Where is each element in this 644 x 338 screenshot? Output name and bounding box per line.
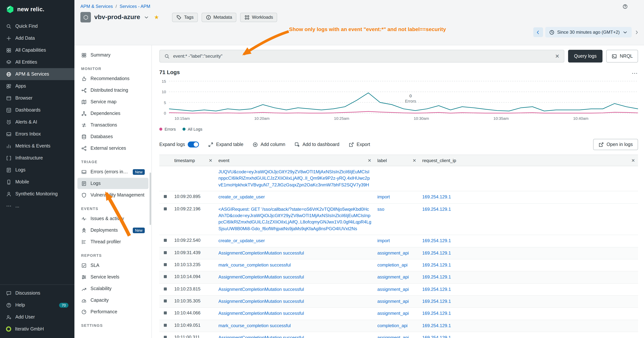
table-row[interactable]: 10:09:20.895create_or_update_userimport1… xyxy=(159,191,638,203)
subnav-item-issues-activity[interactable]: Issues & activity xyxy=(78,213,148,224)
remove-column-icon[interactable]: ✕ xyxy=(368,158,371,163)
toggle-on-icon[interactable] xyxy=(188,142,199,147)
subnav-item-scalability[interactable]: Scalability xyxy=(78,283,148,294)
subnav-item-recommendations[interactable]: Recommendations xyxy=(78,73,148,84)
nrql-button[interactable]: NRQL xyxy=(606,50,638,63)
entity-switcher-chevron-icon[interactable] xyxy=(144,15,149,20)
subnav-item-capacity[interactable]: Capacity xyxy=(78,294,148,306)
event-link[interactable]: mark_course_completion successful xyxy=(218,323,291,328)
label-link[interactable]: assignment_api xyxy=(377,274,409,280)
sidebar-item-infrastructure[interactable]: Infrastructure xyxy=(0,152,74,164)
event-link[interactable]: AssignmentCompletionMutation successful xyxy=(218,250,304,255)
label-link[interactable]: assignment_api xyxy=(377,335,409,338)
subnav-item-deployments[interactable]: DeploymentsNew xyxy=(78,225,148,236)
subnav-item-performance[interactable]: Performance xyxy=(78,306,148,317)
ip-link[interactable]: 169.254.129.1 xyxy=(422,194,451,199)
label-link[interactable]: import xyxy=(377,194,390,199)
sidebar-item-add-user[interactable]: Add User xyxy=(0,311,74,323)
table-row[interactable]: 10:10:14.094AssignmentCompletionMutation… xyxy=(159,271,638,284)
event-link[interactable]: AssignmentCompletionMutation successful xyxy=(218,311,304,316)
table-row[interactable]: 10:10:49.051mark_course_completion succe… xyxy=(159,320,638,332)
subnav-item-vulnerability-management[interactable]: Vulnerability Management xyxy=(78,189,148,201)
remove-column-icon[interactable]: ✕ xyxy=(412,158,416,163)
table-row[interactable]: 10:10:35.305AssignmentCompletionMutation… xyxy=(159,296,638,308)
row-marker-icon[interactable] xyxy=(164,207,167,210)
logs-query-input[interactable]: event:* -"label":"security" ✕ xyxy=(159,50,564,63)
legend-all-logs[interactable]: All Logs xyxy=(182,127,202,131)
row-marker-icon[interactable] xyxy=(164,251,167,254)
event-link[interactable]: AssignmentCompletionMutation successful xyxy=(218,274,304,280)
row-marker-icon[interactable] xyxy=(164,287,167,290)
time-forward-button[interactable] xyxy=(634,29,640,35)
row-marker-icon[interactable] xyxy=(164,195,167,198)
sidebar-item-synthetic-monitoring[interactable]: Synthetic Monitoring xyxy=(0,188,74,200)
table-row[interactable]: 10:09:31.439AssignmentCompletionMutation… xyxy=(159,247,638,259)
event-link[interactable]: AssignmentCompletionMutation successful xyxy=(218,286,304,292)
metadata-button[interactable]: Metadata xyxy=(202,13,236,22)
workloads-button[interactable]: Workloads xyxy=(240,13,277,22)
tags-button[interactable]: Tags xyxy=(172,13,198,22)
add-column-button[interactable]: Add column xyxy=(252,142,285,147)
breadcrumb-parent-link[interactable]: APM & Services xyxy=(80,4,113,9)
ip-link[interactable]: 169.254.129.1 xyxy=(422,323,451,328)
sidebar-item-browser[interactable]: Browser xyxy=(0,92,74,104)
sidebar-item-all-capabilities[interactable]: All Capabilities xyxy=(0,44,74,56)
sidebar-item-apps[interactable]: Apps xyxy=(0,80,74,92)
label-link[interactable]: assignment_api xyxy=(377,250,409,255)
sidebar-item-add-data[interactable]: Add Data xyxy=(0,32,74,44)
label-link[interactable]: sso xyxy=(377,206,384,212)
remove-column-icon[interactable]: ✕ xyxy=(631,158,635,163)
row-marker-icon[interactable] xyxy=(164,312,167,314)
add-to-dashboard-button[interactable]: Add to dashboard xyxy=(294,142,340,147)
label-link[interactable]: assignment_api xyxy=(377,286,409,292)
breadcrumb-current-link[interactable]: Services - APM xyxy=(120,4,150,9)
ip-link[interactable]: 169.254.129.1 xyxy=(422,335,451,338)
table-row[interactable]: 10:11:00.311AssignmentCompletionMutation… xyxy=(159,332,638,338)
export-button[interactable]: Export xyxy=(348,142,370,147)
sidebar-item-logs[interactable]: Logs xyxy=(0,164,74,176)
sidebar-item-metrics-events[interactable]: Metrics & Events xyxy=(0,140,74,152)
ip-link[interactable]: 169.254.129.1 xyxy=(422,311,451,316)
subnav-item-service-levels[interactable]: Service levels xyxy=(78,271,148,283)
event-link[interactable]: AssignmentCompletionMutation successful xyxy=(218,299,304,304)
open-in-logs-button[interactable]: Open in logs xyxy=(593,139,638,150)
sidebar-item-discussions[interactable]: Discussions xyxy=(0,287,74,299)
sidebar-item-alerts-ai[interactable]: Alerts & AI xyxy=(0,116,74,128)
sidebar-item-errors-inbox[interactable]: Errors Inbox xyxy=(0,128,74,140)
ip-link[interactable]: 169.254.129.1 xyxy=(422,274,451,280)
event-link[interactable]: <ASGIRequest: GET '/sso/callback/?state=… xyxy=(218,206,371,231)
newrelic-logo[interactable]: new relic. xyxy=(0,0,74,16)
subnav-item-thread-profiler[interactable]: Thread profiler xyxy=(78,236,148,247)
table-row[interactable]: 10:09:22.540create_or_update_userimport1… xyxy=(159,235,638,247)
column-header-timestamp[interactable]: timestamp✕ xyxy=(171,158,216,163)
event-link[interactable]: mark_course_completion successful xyxy=(218,262,291,268)
more-menu-icon[interactable]: ... xyxy=(632,70,638,75)
sidebar-item-quick-find[interactable]: Quick Find xyxy=(0,20,74,32)
label-link[interactable]: assignment_api xyxy=(377,299,409,304)
sidebar-item-mobile[interactable]: Mobile xyxy=(0,176,74,188)
row-marker-icon[interactable] xyxy=(164,299,167,302)
ip-link[interactable]: 169.254.129.1 xyxy=(422,250,451,255)
label-link[interactable]: import xyxy=(377,238,390,243)
time-picker[interactable]: Since 30 minutes ago (GMT+2) xyxy=(545,27,632,38)
row-marker-icon[interactable] xyxy=(164,336,167,338)
subnav-item-service-map[interactable]: Service map xyxy=(78,96,148,107)
legend-errors[interactable]: Errors xyxy=(159,127,176,131)
label-link[interactable]: assignment_api xyxy=(377,311,409,316)
sidebar-item-dashboards[interactable]: Dashboards xyxy=(0,104,74,116)
subnav-item-errors-errors-inb[interactable]: Errors (errors inb...New xyxy=(78,166,148,177)
sidebar-item-more[interactable]: ... xyxy=(0,200,74,212)
ip-link[interactable]: 169.254.129.1 xyxy=(422,286,451,292)
subnav-item-summary[interactable]: Summary xyxy=(78,49,148,61)
row-marker-icon[interactable] xyxy=(164,324,167,327)
subnav-item-sla[interactable]: SLA xyxy=(78,260,148,271)
row-marker-icon[interactable] xyxy=(164,239,167,242)
table-row[interactable]: 10:09:22.196<ASGIRequest: GET '/sso/call… xyxy=(159,203,638,235)
table-row[interactable]: 10:10:13.235mark_course_completion succe… xyxy=(159,259,638,271)
label-link[interactable]: completion_api xyxy=(377,262,408,268)
subnav-item-external-services[interactable]: External services xyxy=(78,143,148,154)
ip-link[interactable]: 169.254.129.1 xyxy=(422,238,451,243)
event-link[interactable]: JUQVU&code=eyJraWQiOiJjcGltY29yZV8wOTl1M… xyxy=(218,169,370,188)
subnav-item-logs[interactable]: Logs xyxy=(78,178,148,189)
ip-link[interactable]: 169.254.129.1 xyxy=(422,262,451,268)
